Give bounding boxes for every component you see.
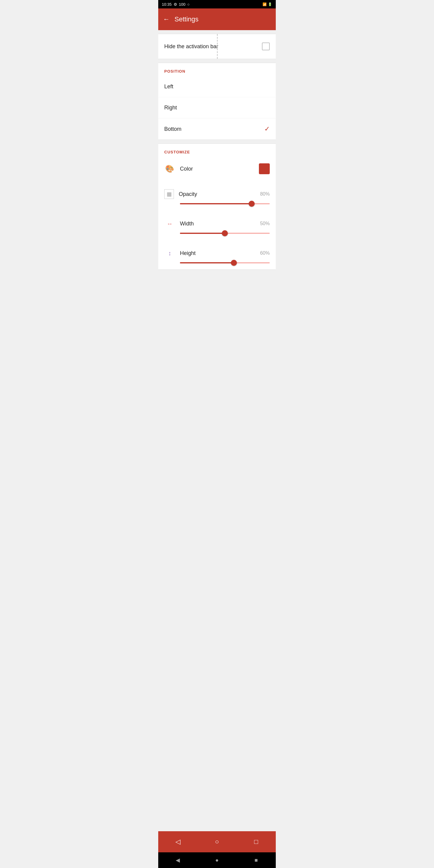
hide-activation-bar-row[interactable]: Hide the activation bar — [158, 34, 276, 59]
status-bar: 10:35 ⚙ 100 ○ 📶 🔋 — [158, 0, 276, 8]
position-right-label: Right — [164, 104, 177, 111]
status-right: 📶 🔋 — [262, 2, 272, 6]
position-bottom-row[interactable]: Bottom ✓ — [158, 118, 276, 140]
position-card: POSITION Left Right Bottom ✓ — [158, 63, 276, 140]
sys-home-button[interactable]: ● — [210, 854, 224, 867]
position-section-header: POSITION — [158, 63, 276, 76]
nav-back-icon: ◁ — [176, 838, 181, 846]
height-slider-container — [158, 262, 276, 270]
content: Hide the activation bar POSITION Left Ri… — [158, 30, 276, 831]
nav-recents-icon: □ — [254, 838, 258, 846]
width-value: 50% — [260, 221, 270, 226]
status-left: 10:35 ⚙ 100 ○ — [162, 2, 190, 7]
signal-icon: 📶 — [262, 2, 267, 6]
color-row[interactable]: 🎨 Color — [158, 157, 276, 181]
height-value: 60% — [260, 250, 270, 256]
opacity-slider-thumb[interactable] — [249, 201, 255, 207]
height-row[interactable]: ↕ Height 60% — [158, 240, 276, 261]
battery-level: 100 — [179, 2, 186, 7]
time: 10:35 — [162, 2, 172, 7]
height-icon: ↕ — [164, 248, 175, 258]
sys-home-icon: ● — [216, 857, 219, 864]
colored-nav-bar: ◁ ○ □ — [158, 831, 276, 852]
position-left-row[interactable]: Left — [158, 76, 276, 97]
nav-home-button[interactable]: ○ — [210, 835, 224, 848]
width-label: Width — [180, 221, 255, 227]
height-label: Height — [180, 250, 255, 256]
opacity-label: Opacity — [179, 191, 255, 197]
height-slider-track[interactable] — [180, 262, 270, 264]
opacity-slider-fill — [180, 203, 252, 204]
battery-icon: 🔋 — [268, 2, 272, 6]
opacity-slider-track[interactable] — [180, 203, 270, 204]
customize-card: CUSTOMIZE 🎨 Color ▦ Opacity 80% — [158, 144, 276, 270]
customize-section-header: CUSTOMIZE — [158, 144, 276, 157]
height-slider-thumb[interactable] — [231, 260, 237, 266]
opacity-value: 80% — [260, 191, 270, 197]
height-slider-fill — [180, 262, 234, 264]
hide-activation-bar-checkbox[interactable] — [262, 42, 270, 50]
width-section: ↔ Width 50% — [158, 210, 276, 240]
opacity-section: ▦ Opacity 80% — [158, 181, 276, 210]
nav-home-icon: ○ — [215, 838, 219, 846]
color-label: Color — [180, 166, 254, 172]
palette-icon: 🎨 — [164, 163, 175, 174]
position-left-label: Left — [164, 84, 173, 90]
height-section: ↕ Height 60% — [158, 240, 276, 270]
sys-recents-icon: ■ — [255, 857, 258, 864]
spacer — [158, 273, 276, 828]
opacity-slider-container — [158, 203, 276, 210]
width-slider-thumb[interactable] — [222, 230, 228, 236]
nav-recents-button[interactable]: □ — [250, 835, 263, 848]
width-slider-container — [158, 233, 276, 240]
color-swatch[interactable] — [259, 163, 270, 174]
hide-activation-bar-card: Hide the activation bar — [158, 34, 276, 59]
gear-icon: ⚙ — [174, 2, 177, 7]
circle-icon: ○ — [187, 2, 190, 7]
width-slider-fill — [180, 233, 225, 234]
app-bar: ← Settings — [158, 8, 276, 30]
position-bottom-label: Bottom — [164, 126, 181, 132]
position-right-row[interactable]: Right — [158, 97, 276, 118]
back-button[interactable]: ← — [163, 16, 170, 23]
sys-back-button[interactable]: ◀ — [171, 854, 184, 867]
opacity-icon: ▦ — [164, 189, 174, 199]
system-nav-bar: ◀ ● ■ — [158, 852, 276, 868]
sys-back-icon: ◀ — [176, 857, 180, 864]
nav-back-button[interactable]: ◁ — [171, 835, 184, 848]
sys-recents-button[interactable]: ■ — [250, 854, 263, 867]
opacity-row[interactable]: ▦ Opacity 80% — [158, 181, 276, 202]
width-slider-track[interactable] — [180, 233, 270, 234]
hide-activation-bar-label: Hide the activation bar — [164, 43, 218, 50]
page-title: Settings — [175, 16, 198, 23]
position-bottom-checkmark: ✓ — [264, 125, 270, 133]
width-icon: ↔ — [164, 218, 175, 229]
width-row[interactable]: ↔ Width 50% — [158, 210, 276, 231]
